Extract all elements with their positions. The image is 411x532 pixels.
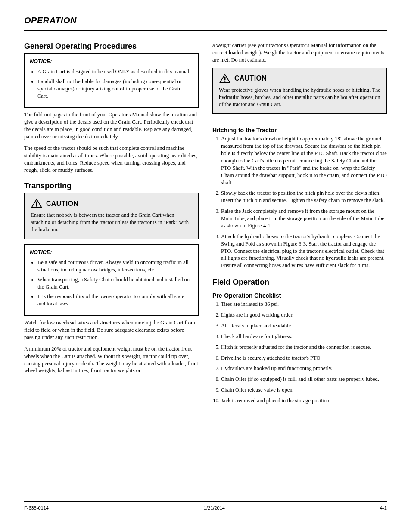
- step-item: Raise the Jack completely and remove it …: [221, 208, 387, 230]
- hitching-heading: Hitching to the Tractor: [212, 127, 387, 134]
- footer-left: F-635-0114: [24, 505, 49, 510]
- preop-item: Lights are in good working order.: [221, 311, 387, 319]
- paragraph: a weight carrier (see your tractor's Ope…: [212, 42, 387, 64]
- caution1-text: Ensure that nobody is between the tracto…: [31, 212, 192, 233]
- footer-center: 1/21/2014: [204, 505, 225, 510]
- warning-icon: [219, 73, 231, 84]
- preop-item: All Decals in place and readable.: [221, 322, 387, 330]
- warning-icon: [31, 198, 43, 209]
- caution2-label: CAUTION: [234, 74, 267, 83]
- step-item: Attach the hydraulic hoses to the tracto…: [221, 233, 387, 269]
- preop-item: Jack is removed and placed in the storag…: [221, 397, 387, 404]
- paragraph: A minimum 20% of tractor and equipment w…: [24, 345, 199, 375]
- transporting-heading: Transporting: [24, 181, 199, 190]
- page: OPERATION General Operating Procedures N…: [0, 0, 411, 532]
- paragraph: The fold-out pages in the front of your …: [24, 111, 199, 140]
- page-footer: F-635-0114 1/21/2014 4-1: [24, 501, 387, 510]
- list-item: Landoll shall not be liable for damages …: [37, 78, 193, 100]
- notice2-list: Be a safe and courteous driver. Always y…: [30, 259, 193, 308]
- caution-header: CAUTION: [31, 198, 192, 209]
- caution2-text: Wear protective gloves when handling the…: [219, 87, 380, 109]
- notice-box-2: NOTICE: Be a safe and courteous driver. …: [24, 244, 199, 316]
- paragraph: Watch for low overhead wires and structu…: [24, 319, 199, 341]
- footer-rule: [24, 501, 387, 502]
- caution-box-2: CAUTION Wear protective gloves when hand…: [212, 68, 387, 114]
- preop-item: Hitch is properly adjusted for the tract…: [221, 344, 387, 351]
- header-rule: [24, 30, 387, 31]
- preop-item: Tires are inflated to 36 psi.: [221, 301, 387, 308]
- paragraph: The speed of the tractor should be such …: [24, 145, 199, 174]
- preop-item: Chain Oiler (if so equipped) is full, an…: [221, 376, 387, 383]
- hitching-steps: Adjust the tractor's drawbar height to a…: [212, 135, 387, 273]
- footer-right: 4-1: [380, 505, 387, 510]
- svg-rect-2: [224, 76, 226, 80]
- caution1-label: CAUTION: [46, 199, 78, 208]
- list-item: It is the responsibility of the owner/op…: [37, 293, 193, 308]
- caution-box-1: CAUTION Ensure that nobody is between th…: [24, 193, 199, 239]
- list-item: When transporting, a Safety Chain should…: [37, 276, 193, 291]
- field-heading: Field Operation: [212, 278, 387, 287]
- preop-heading: Pre-Operation Checklist: [212, 292, 387, 299]
- preop-item: Chain Oiler release valve is open.: [221, 386, 387, 394]
- notice1-list: A Grain Cart is designed to be used ONLY…: [30, 68, 193, 100]
- list-item: A Grain Cart is designed to be used ONLY…: [37, 68, 193, 75]
- step-item: Adjust the tractor's drawbar height to a…: [221, 135, 387, 186]
- right-column: a weight carrier (see your tractor's Ope…: [212, 42, 387, 408]
- preop-item: Driveline is securely attached to tracto…: [221, 355, 387, 362]
- list-item: Be a safe and courteous driver. Always y…: [37, 259, 193, 274]
- notice-box-1: NOTICE: A Grain Cart is designed to be u…: [24, 53, 199, 108]
- footer-row: F-635-0114 1/21/2014 4-1: [24, 505, 387, 510]
- step-item: Slowly back the tractor to position the …: [221, 190, 387, 204]
- svg-point-3: [224, 80, 225, 81]
- svg-point-1: [36, 205, 37, 207]
- left-column: General Operating Procedures NOTICE: A G…: [24, 42, 199, 408]
- preop-list: Tires are inflated to 36 psi. Lights are…: [212, 301, 387, 408]
- caution-header: CAUTION: [219, 73, 380, 84]
- preop-item: Check all hardware for tightness.: [221, 333, 387, 340]
- svg-rect-0: [36, 202, 37, 205]
- notice1-title: NOTICE:: [30, 59, 52, 65]
- content-columns: General Operating Procedures NOTICE: A G…: [24, 42, 387, 408]
- notice2-title: NOTICE:: [30, 249, 52, 255]
- section-title: OPERATION: [24, 16, 387, 25]
- general-heading: General Operating Procedures: [24, 42, 199, 51]
- preop-item: Hydraulics are hooked up and functioning…: [221, 365, 387, 372]
